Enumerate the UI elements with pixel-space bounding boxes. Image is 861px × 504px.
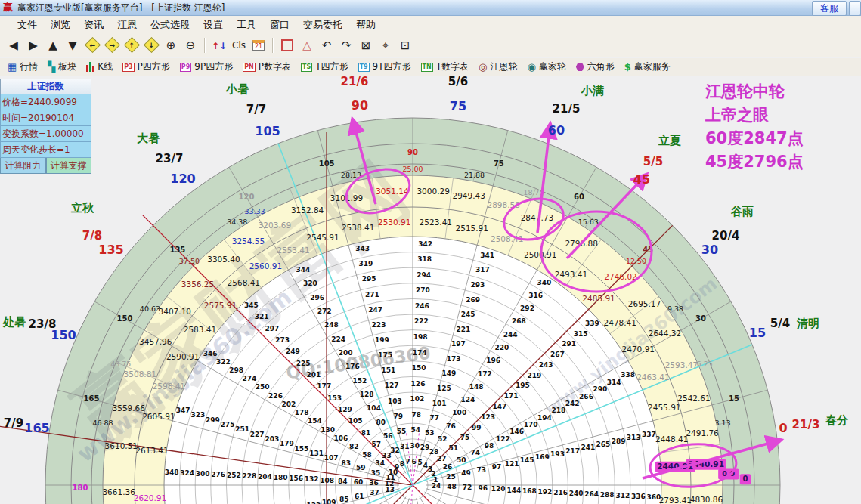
t-table-button[interactable]: TNT数字表 xyxy=(417,58,474,76)
svg-text:131: 131 xyxy=(309,450,324,457)
wheel-value-label: 37.50 xyxy=(179,257,200,265)
kline-button[interactable]: K线 xyxy=(82,58,117,76)
gann-wheel-button[interactable]: ◎江恩轮 xyxy=(474,58,522,76)
price-row: 价格=2440.9099 xyxy=(0,94,91,110)
svg-text:221: 221 xyxy=(456,326,470,333)
wheel-value-label: 3407.10 xyxy=(159,307,191,316)
quotes-button[interactable]: ▦行情 xyxy=(3,58,42,76)
svg-text:55: 55 xyxy=(397,428,407,435)
down-button[interactable]: ▼ xyxy=(63,36,82,54)
menu-item-0[interactable]: 文件 xyxy=(11,16,44,33)
svg-text:98: 98 xyxy=(485,442,494,450)
rotate-ccw-button[interactable]: ↶ xyxy=(317,36,336,54)
pan-down-button[interactable]: ↓ xyxy=(142,36,160,54)
wheel-value-label: 2545.91 xyxy=(306,233,339,242)
center-button[interactable]: ⌖ xyxy=(376,36,395,54)
svg-text:295: 295 xyxy=(362,275,376,283)
calendar-button[interactable]: 21 xyxy=(249,36,268,54)
zoom-out-button[interactable]: ⊖ xyxy=(181,36,200,54)
pan-right-button[interactable]: → xyxy=(103,36,121,54)
wheel-value-label: 2746.02 xyxy=(604,272,636,281)
menu-item-7[interactable]: 窗口 xyxy=(263,16,296,33)
svg-text:50: 50 xyxy=(457,456,466,464)
svg-text:173: 173 xyxy=(447,355,461,363)
pan-up-button[interactable]: ↑ xyxy=(122,36,141,54)
svg-text:132: 132 xyxy=(305,475,319,483)
9t-square-button[interactable]: T99T四方形 xyxy=(354,58,416,76)
wheel-value-label: 4830.86 xyxy=(690,495,723,504)
svg-text:108: 108 xyxy=(320,477,334,484)
svg-text:13: 13 xyxy=(385,486,395,493)
up-button[interactable]: ▲ xyxy=(44,36,62,54)
9p-square-button[interactable]: P99P四方形 xyxy=(175,58,237,76)
svg-text:275: 275 xyxy=(221,421,235,428)
wheel-value-label: 2605.91 xyxy=(142,412,175,421)
svg-text:248: 248 xyxy=(324,321,339,329)
svg-text:273: 273 xyxy=(275,336,290,344)
svg-text:294: 294 xyxy=(417,271,431,279)
svg-text:224: 224 xyxy=(331,335,345,343)
svg-text:247: 247 xyxy=(368,306,382,314)
triangle-tool-button[interactable]: △ xyxy=(298,36,316,54)
wheel-value-label: 30 xyxy=(695,314,706,323)
calc-support-button[interactable]: 计算支撑 xyxy=(46,158,92,174)
rotate-cw-button[interactable]: ↷ xyxy=(337,36,355,54)
toolbar-label: 板块 xyxy=(58,60,76,73)
svg-text:176: 176 xyxy=(345,363,360,370)
menu-item-5[interactable]: 设置 xyxy=(197,16,230,33)
next-button[interactable]: ▶ xyxy=(24,36,42,54)
wheel-value-label: 180 xyxy=(73,484,88,492)
cls-button[interactable]: Cls xyxy=(230,36,248,54)
toolbar-label: 9T四方形 xyxy=(373,60,411,73)
menu-item-4[interactable]: 公式选股 xyxy=(144,16,197,33)
svg-text:7: 7 xyxy=(405,458,410,465)
customer-service-button[interactable]: 客服 xyxy=(812,1,847,16)
sectors-button[interactable]: ▚板块 xyxy=(43,58,81,76)
svg-text:106: 106 xyxy=(333,434,348,442)
svg-text:78: 78 xyxy=(412,411,422,419)
wheel-outer-label: 清明 xyxy=(797,317,819,331)
svg-text:269: 269 xyxy=(466,296,480,304)
zoom-in-button[interactable]: ⊕ xyxy=(162,36,180,54)
prev-button[interactable]: ◀ xyxy=(5,36,23,54)
svg-text:264: 264 xyxy=(584,490,599,498)
winner-service-button[interactable]: $赢家服务 xyxy=(620,58,675,76)
wheel-value-label: 60 xyxy=(574,193,584,201)
menu-item-6[interactable]: 工具 xyxy=(230,16,263,33)
menu-item-2[interactable]: 资讯 xyxy=(77,16,110,33)
svg-text:76: 76 xyxy=(446,422,456,430)
toolbar-label: 赢家轮 xyxy=(539,60,566,73)
square-tool-button[interactable] xyxy=(278,36,296,54)
svg-text:290: 290 xyxy=(593,385,607,393)
p-table-button[interactable]: PNP数字表 xyxy=(238,58,296,76)
svg-text:251: 251 xyxy=(235,425,249,433)
hexagon-button[interactable]: 六角形 xyxy=(571,58,619,76)
wheel-value-label: 3305.40 xyxy=(207,255,240,264)
t-square-button[interactable]: TST四方形 xyxy=(296,58,353,76)
wheel-value-label: 3356.25 xyxy=(181,280,214,289)
winner-wheel-button[interactable]: ◉赢家轮 xyxy=(522,58,570,76)
menu-item-9[interactable]: 帮助 xyxy=(349,16,382,33)
screen-button[interactable]: ⊡ xyxy=(396,36,414,54)
svg-text:170: 170 xyxy=(524,421,538,428)
svg-text:154: 154 xyxy=(308,417,322,425)
svg-text:271: 271 xyxy=(365,291,379,298)
maximize-button[interactable]: ⊠ xyxy=(357,36,375,54)
wheel-value-label: 6.25 xyxy=(697,360,713,368)
svg-text:146: 146 xyxy=(509,428,524,435)
date-row: 时间=20190104 xyxy=(0,110,91,126)
table-icon: ▦ xyxy=(8,61,17,73)
pan-left-button[interactable]: ← xyxy=(83,36,101,54)
svg-text:201: 201 xyxy=(307,371,321,379)
menu-item-3[interactable]: 江恩 xyxy=(110,16,144,33)
svg-text:96: 96 xyxy=(478,484,488,492)
svg-text:97: 97 xyxy=(492,463,502,471)
p-square-button[interactable]: P3P四方形 xyxy=(118,58,175,76)
svg-text:179: 179 xyxy=(280,440,294,447)
calc-resistance-button[interactable]: 计算阻力 xyxy=(0,158,46,174)
menu-item-1[interactable]: 浏览 xyxy=(44,16,77,33)
edge-button[interactable] xyxy=(849,1,861,16)
menu-item-8[interactable]: 交易委托 xyxy=(296,16,349,33)
svg-text:194: 194 xyxy=(537,414,552,422)
axis-updown-button[interactable]: ↑↓ xyxy=(210,36,228,54)
